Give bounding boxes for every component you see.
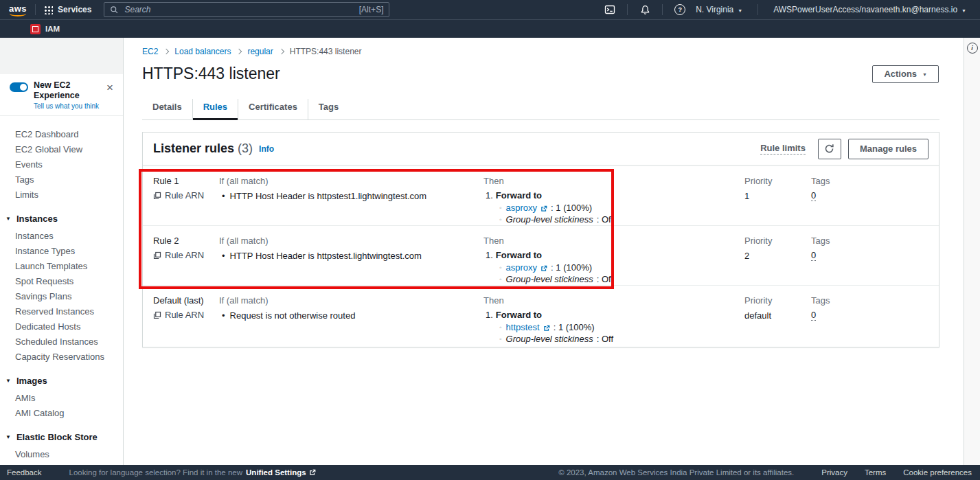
cloudshell-button[interactable]	[601, 2, 619, 17]
actions-button[interactable]: Actions ▼	[872, 65, 939, 83]
external-link-icon	[540, 205, 547, 212]
account-menu[interactable]: AWSPowerUserAccess/navaneeth.kn@harness.…	[766, 5, 973, 14]
tab-rules[interactable]: Rules	[192, 99, 238, 119]
if-header: If (all match)	[219, 295, 483, 306]
sidebar-item-volumes[interactable]: Volumes	[0, 447, 123, 462]
rule-row-default: Default (last) Rule ARN If (all match) •…	[143, 285, 939, 347]
sidebar-item-launch-templates[interactable]: Launch Templates	[0, 259, 123, 274]
terms-link[interactable]: Terms	[865, 468, 886, 477]
target-group-link[interactable]: asproxy	[506, 203, 538, 214]
sidebar-item-capacity-reservations[interactable]: Capacity Reservations	[0, 350, 123, 365]
footer: Feedback Looking for language selection?…	[0, 465, 980, 480]
sidebar-item-scheduled-instances[interactable]: Scheduled Instances	[0, 334, 123, 350]
sidebar-item-dedicated-hosts[interactable]: Dedicated Hosts	[0, 319, 123, 334]
panel-actions: Rule limits Manage rules	[760, 139, 928, 159]
stickiness-value: : Off	[597, 334, 613, 345]
sidebar-item-amis[interactable]: AMIs	[0, 391, 123, 406]
tags-count-link[interactable]: 0	[811, 310, 816, 321]
stickiness-line: ◦ Group-level stickiness : Off	[499, 334, 744, 345]
target-group-link[interactable]: asproxy	[506, 262, 538, 274]
if-header: If (all match)	[219, 235, 483, 247]
sidebar-item-events[interactable]: Events	[0, 157, 123, 172]
feedback-link[interactable]: Tell us what you think	[34, 102, 104, 110]
aws-logo[interactable]: aws	[9, 3, 27, 16]
rule-arn-link[interactable]: Rule ARN	[153, 309, 219, 321]
collapse-arrow-icon: ▼	[5, 430, 11, 445]
info-panel-toggle-icon[interactable]: i	[967, 43, 978, 54]
then-column: Then 1. Forward to ◦ httpstest : 1 (100%…	[483, 295, 744, 347]
info-link[interactable]: Info	[259, 144, 274, 154]
manage-rules-button[interactable]: Manage rules	[848, 139, 928, 159]
region-label: N. Virginia	[696, 5, 733, 14]
condition-item: •HTTP Host Header is httpstest.lightwing…	[219, 250, 483, 262]
tags-count-link[interactable]: 0	[811, 190, 816, 201]
sidebar-item-spot-requests[interactable]: Spot Requests	[0, 274, 123, 289]
divider	[757, 4, 758, 15]
sidebar-item-tags[interactable]: Tags	[0, 172, 123, 187]
sidebar-item-limits[interactable]: Limits	[0, 187, 123, 203]
rule-name-column: Rule 2 Rule ARN	[143, 235, 219, 285]
favorite-iam[interactable]: IAM	[30, 24, 60, 34]
if-column: If (all match) •HTTP Host Header is http…	[219, 235, 483, 285]
sidebar-item-instance-types[interactable]: Instance Types	[0, 244, 123, 259]
rule-arn-link[interactable]: Rule ARN	[153, 190, 219, 201]
sidebar-item-reserved-instances[interactable]: Reserved Instances	[0, 304, 123, 319]
priority-header: Priority	[744, 235, 811, 247]
new-experience-toggle[interactable]	[10, 82, 28, 92]
close-icon[interactable]: ×	[104, 80, 116, 95]
language-prompt: Looking for language selection? Find it …	[69, 468, 243, 477]
condition-item: •HTTP Host Header is httpstest1.lightwin…	[219, 190, 483, 202]
sidebar-section-elastic-block-store[interactable]: ▼ Elastic Block Store	[0, 430, 123, 445]
circle-bullet: ◦	[499, 214, 502, 226]
tab-certificates[interactable]: Certificates	[238, 99, 308, 119]
footer-right: © 2023, Amazon Web Services India Privat…	[558, 468, 972, 477]
breadcrumb-link-load-balancers[interactable]: Load balancers	[174, 47, 231, 56]
iam-icon	[30, 24, 41, 34]
breadcrumb-link-regular[interactable]: regular	[247, 47, 273, 56]
services-menu[interactable]: Services	[44, 5, 91, 14]
cookie-preferences-link[interactable]: Cookie preferences	[903, 468, 972, 477]
region-selector[interactable]: N. Virginia ▼	[689, 5, 749, 14]
circle-bullet: ◦	[499, 203, 502, 214]
sidebar-item-ec2-dashboard[interactable]: EC2 Dashboard	[0, 127, 123, 142]
target-line: ◦ httpstest : 1 (100%)	[499, 322, 744, 334]
tab-details[interactable]: Details	[142, 99, 192, 119]
sidebar-item-ec2-global-view[interactable]: EC2 Global View	[0, 142, 123, 157]
forward-details: ◦ httpstest : 1 (100%) ◦ Group-level sti…	[483, 322, 744, 345]
notifications-button[interactable]	[636, 2, 654, 17]
unified-settings-link[interactable]: Unified Settings	[246, 468, 316, 477]
sidebar-header-space	[0, 37, 123, 74]
cloudshell-icon	[604, 4, 615, 15]
target-group-link[interactable]: httpstest	[506, 322, 540, 334]
chevron-right-icon	[236, 48, 242, 54]
priority-column: Priority 1	[744, 175, 811, 225]
rule-arn-link[interactable]: Rule ARN	[153, 249, 219, 261]
external-link-icon	[543, 325, 550, 332]
rule-limits-link[interactable]: Rule limits	[760, 143, 806, 155]
feedback-link[interactable]: Feedback	[7, 468, 42, 477]
rule-row-2: Rule 2 Rule ARN If (all match) •HTTP Hos…	[143, 225, 939, 285]
sidebar-item-savings-plans[interactable]: Savings Plans	[0, 289, 123, 304]
stickiness-value: : Off	[597, 274, 613, 286]
sidebar-section-images[interactable]: ▼ Images	[0, 374, 123, 389]
breadcrumb-link-ec2[interactable]: EC2	[142, 47, 158, 56]
privacy-link[interactable]: Privacy	[821, 468, 847, 477]
stickiness-value: : Off	[597, 214, 613, 226]
tags-count-link[interactable]: 0	[811, 250, 816, 261]
refresh-button[interactable]	[818, 139, 841, 159]
search-box[interactable]: [Alt+S]	[104, 2, 389, 17]
help-button[interactable]: ?	[671, 2, 689, 17]
panel-header: Listener rules (3) Info Rule limits Mana…	[143, 133, 939, 165]
tab-tags[interactable]: Tags	[308, 99, 349, 119]
info-panel-strip: i	[964, 37, 980, 465]
chevron-right-icon	[279, 48, 284, 54]
sidebar-item-ami-catalog[interactable]: AMI Catalog	[0, 406, 123, 421]
then-column: Then 1. Forward to ◦ asproxy : 1 (100%)	[483, 175, 744, 225]
sidebar-section-instances[interactable]: ▼ Instances	[0, 212, 123, 227]
circle-bullet: ◦	[499, 274, 502, 286]
search-input[interactable]	[123, 4, 354, 15]
condition-item: •Request is not otherwise routed	[219, 310, 483, 321]
target-line: ◦ asproxy : 1 (100%)	[499, 262, 744, 274]
sidebar-item-instances[interactable]: Instances	[0, 229, 123, 244]
rule-name-column: Rule 1 Rule ARN	[143, 175, 219, 225]
